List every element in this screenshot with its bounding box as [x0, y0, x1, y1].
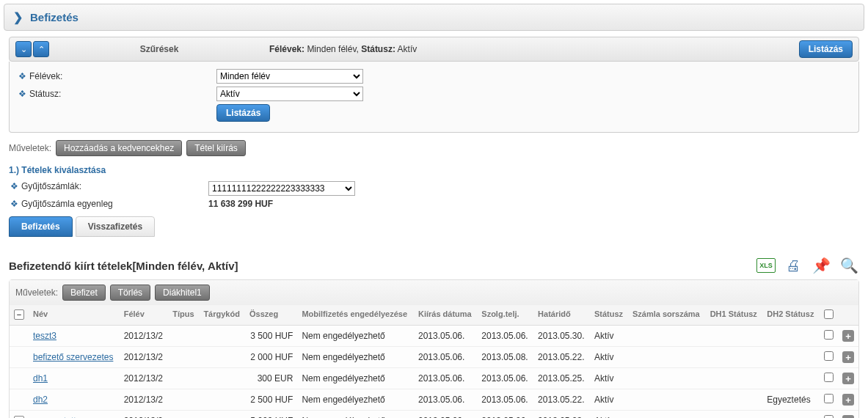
collapse-all-icon[interactable]: − [14, 309, 24, 320]
row-actions-icon[interactable]: + [842, 415, 854, 418]
item-name-link[interactable]: befizető szervezetes [33, 352, 113, 362]
row-actions-icon[interactable]: + [842, 330, 854, 342]
cell-invoice [628, 368, 706, 389]
row-checkbox[interactable] [824, 415, 834, 418]
diamond-icon: ❖ [18, 89, 26, 99]
print-icon[interactable]: 🖨 [783, 255, 803, 276]
cell-service: 2013.05.06. [477, 389, 533, 411]
semesters-select[interactable]: Minden félév [216, 69, 363, 84]
col-name[interactable]: Név [29, 305, 120, 326]
search-icon[interactable]: 🔍 [839, 255, 859, 276]
col-invoice[interactable]: Számla sorszáma [628, 305, 706, 326]
cell-dh2: Egyeztetés [762, 389, 820, 411]
table-row: dh12012/13/2300 EURNem engedélyezhető201… [10, 368, 858, 389]
cell-issued: 2013.05.06. [414, 368, 477, 389]
xls-export-icon[interactable]: XLS [756, 258, 776, 273]
page-title: Befizetés [30, 11, 79, 23]
col-status[interactable]: Státusz [590, 305, 628, 326]
operations-label: Műveletek: [9, 143, 51, 153]
row-actions-icon[interactable]: + [842, 373, 854, 384]
item-name-link[interactable]: dh2 [33, 395, 48, 405]
pay-button[interactable]: Befizet [62, 285, 106, 301]
list-button-top[interactable]: Listázás [799, 40, 853, 58]
cell-deadline: 2013.05.25. [533, 368, 590, 389]
status-select[interactable]: Aktív [216, 87, 363, 101]
list-button-inner[interactable]: Listázás [216, 104, 270, 122]
pin-icon[interactable]: 📌 [811, 255, 831, 276]
col-dh2[interactable]: DH2 Státusz [762, 305, 820, 326]
diamond-icon: ❖ [10, 199, 18, 209]
table-row: dh22012/13/22 500 HUFNem engedélyezhető2… [10, 389, 858, 411]
cell-mobile: Nem engedélyezhető [297, 347, 414, 368]
page-operations: Műveletek: Hozzáadás a kedvencekhez Téte… [9, 140, 859, 156]
accounts-select[interactable]: 11111111222222223333333 [208, 181, 355, 196]
item-name-link[interactable]: teszt3 [33, 331, 56, 341]
row-actions-icon[interactable]: + [842, 351, 854, 363]
cell-subjcode [199, 389, 245, 411]
cell-service: 2013.05.06. [477, 326, 533, 347]
items-table: − Név Félév Típus Tárgykód Összeg Mobilf… [10, 305, 858, 418]
balance-value: 11 638 299 HUF [208, 199, 273, 209]
cell-issued: 2013.05.06. [414, 347, 477, 368]
cell-semester: 2012/13/2 [120, 411, 169, 419]
item-name-link[interactable]: dh1 [33, 373, 48, 384]
row-checkbox[interactable] [824, 373, 834, 382]
filter-panel: ❖Félévek: Minden félév ❖Státusz: Aktív L… [9, 62, 859, 133]
cell-mobile: Nem engedélyezhető [297, 326, 414, 347]
cell-dh1 [706, 389, 763, 411]
collapse-up-icon[interactable]: ⌃ [33, 41, 49, 57]
chevron-right-icon[interactable]: ❯ [13, 10, 23, 24]
add-favorite-button[interactable]: Hozzáadás a kedvencekhez [56, 140, 182, 156]
cell-deadline: 2013.05.23. [533, 411, 590, 419]
cell-status: Aktív [590, 326, 628, 347]
col-type[interactable]: Típus [168, 305, 199, 326]
table-row: teszt32012/13/23 500 HUFNem engedélyezhe… [10, 326, 858, 347]
cell-type [168, 411, 199, 419]
cell-dh2 [762, 411, 820, 419]
cell-deadline: 2013.05.30. [533, 326, 590, 347]
row-checkbox[interactable] [824, 351, 834, 361]
col-issued[interactable]: Kiírás dátuma [414, 305, 477, 326]
col-semester[interactable]: Félév [120, 305, 169, 326]
collapse-down-icon[interactable]: ⌄ [15, 41, 32, 57]
row-actions-icon[interactable]: + [842, 394, 854, 406]
cell-amount: 5 000 HUF [245, 411, 297, 419]
col-subjcode[interactable]: Tárgykód [199, 305, 245, 326]
row-checkbox[interactable] [824, 330, 834, 340]
col-dh1[interactable]: DH1 Státusz [706, 305, 763, 326]
col-amount[interactable]: Összeg [245, 305, 297, 326]
tab-refund[interactable]: Visszafizetés [76, 216, 156, 237]
cell-service: 2013.05.08. [477, 347, 533, 368]
filter-summary-sem-label: Félévek: [269, 44, 304, 54]
select-all-checkbox[interactable] [824, 309, 834, 319]
filter-header: ⌄ ⌃ Szűrések Félévek: Minden félév, Stát… [9, 37, 859, 62]
delete-button[interactable]: Törlés [110, 285, 150, 301]
row-checkbox[interactable] [824, 394, 834, 403]
col-service[interactable]: Szolg.telj. [477, 305, 533, 326]
cell-deadline: 2013.05.22. [533, 389, 590, 411]
cell-semester: 2012/13/2 [120, 368, 169, 389]
cell-issued: 2013.05.06. [414, 326, 477, 347]
table-row: +megosztott2012/13/25 000 HUFNem engedél… [10, 411, 858, 419]
cell-dh1 [706, 326, 763, 347]
cell-semester: 2012/13/2 [120, 389, 169, 411]
cell-dh2 [762, 368, 820, 389]
student-loan-button[interactable]: Diákhitel1 [155, 285, 210, 301]
cell-subjcode [199, 326, 245, 347]
cell-dh1 [706, 347, 763, 368]
filter-summary-status-label: Státusz: [361, 44, 395, 54]
col-mobile[interactable]: Mobilfizetés engedélyezése [297, 305, 414, 326]
cell-status: Aktív [590, 368, 628, 389]
col-deadline[interactable]: Határidő [533, 305, 590, 326]
cell-invoice [628, 326, 706, 347]
cell-semester: 2012/13/2 [120, 347, 169, 368]
cell-mobile: Nem engedélyezhető [297, 389, 414, 411]
table-title: Befizetendő kiírt tételek[Minden félév, … [9, 260, 238, 272]
create-item-button[interactable]: Tétel kiírás [186, 140, 246, 156]
cell-dh2 [762, 326, 820, 347]
cell-type [168, 389, 199, 411]
cell-amount: 3 500 HUF [245, 326, 297, 347]
tab-pay[interactable]: Befizetés [9, 216, 73, 237]
cell-semester: 2012/13/2 [120, 326, 169, 347]
cell-dh1 [706, 368, 763, 389]
